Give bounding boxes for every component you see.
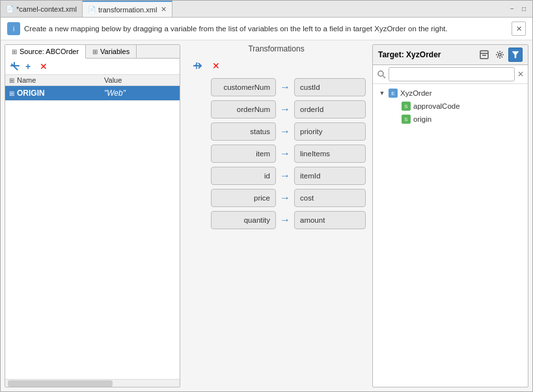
transformations-toolbar: ✕: [184, 59, 223, 73]
svg-point-11: [378, 71, 383, 76]
mapping-row-status: status → priority: [187, 122, 366, 141]
right-panel-title: Target: XyzOrder: [378, 50, 474, 59]
tree-expand-origin: [391, 115, 399, 123]
variables-tab-icon: ⊞: [92, 48, 98, 55]
minimize-button[interactable]: −: [508, 5, 517, 14]
tab-camel-context[interactable]: 📄 *camel-context.xml: [1, 1, 83, 17]
mapping-arrow-0: →: [280, 81, 290, 93]
mapping-arrow-2: →: [280, 126, 290, 137]
svg-rect-7: [480, 51, 488, 59]
main-window: 📄 *camel-context.xml 📄 transformation.xm…: [0, 0, 533, 392]
variable-icon: ⊞: [9, 90, 14, 97]
tab-close-button[interactable]: ✕: [161, 5, 167, 14]
tree-root-label: XyzOrder: [400, 89, 432, 97]
mapping-row-price: price → cost: [187, 189, 366, 207]
search-box: ✕: [373, 65, 528, 84]
right-panel: Target: XyzOrder: [372, 44, 528, 387]
var-table-header: ⊞ Name Value: [5, 75, 180, 86]
xml-icon2: 📄: [88, 6, 96, 13]
tree-label-origin: origin: [413, 115, 431, 123]
transformations-list: customerNum → custId orderNum → orderId …: [184, 78, 368, 229]
mapping-arrow-3: →: [280, 148, 290, 160]
mapping-arrow-6: →: [280, 214, 290, 226]
filter-button[interactable]: [508, 48, 523, 62]
mapping-source-price[interactable]: price: [211, 189, 276, 207]
scrollbar-thumb[interactable]: [8, 380, 113, 387]
svg-line-12: [383, 76, 386, 79]
xml-icon: 📄: [6, 5, 14, 12]
mapping-source-id[interactable]: id: [211, 167, 276, 185]
delete-mapping-button[interactable]: ✕: [209, 59, 223, 73]
settings-button[interactable]: [493, 48, 507, 62]
svg-rect-1: [14, 62, 15, 66]
tab-transformation-label: transformation.xml: [98, 6, 157, 14]
mapping-target-custid[interactable]: custId: [294, 78, 366, 96]
mapping-row-item: item → lineItems: [187, 145, 366, 163]
variables-toolbar: + ✕: [5, 59, 180, 75]
tree-expand-approvalcode: [391, 102, 399, 110]
col-value-label: Value: [104, 76, 176, 84]
mapping-source-ordernum[interactable]: orderNum: [211, 100, 276, 119]
tab-variables[interactable]: ⊞ Variables: [86, 45, 137, 58]
source-tab-label: Source: ABCOrder: [20, 48, 79, 55]
mapping-target-amount[interactable]: amount: [294, 211, 366, 229]
mapping-target-orderid[interactable]: orderId: [294, 100, 366, 119]
mapping-arrow-4: →: [280, 170, 290, 182]
tree-icon-approvalcode: S: [402, 102, 411, 111]
mapping-target-priority[interactable]: priority: [294, 122, 366, 141]
middle-panel: Transformations ✕ customerNum →: [184, 44, 368, 387]
mapping-source-quantity[interactable]: quantity: [211, 211, 276, 229]
main-content: ⊞ Source: ABCOrder ⊞ Variables: [1, 40, 532, 391]
info-bar: i Create a new mapping below by dragging…: [1, 18, 532, 40]
mapping-row-quantity: quantity → amount: [187, 211, 366, 229]
search-input[interactable]: [389, 67, 515, 81]
add-variable-button[interactable]: +: [23, 61, 35, 72]
mapping-target-cost[interactable]: cost: [294, 189, 366, 207]
tab-transformation[interactable]: 📄 transformation.xml ✕: [83, 1, 172, 17]
variables-table: ⊞ Name Value ⊞ ORIGIN "Web": [5, 75, 180, 379]
tab-source-abcorder[interactable]: ⊞ Source: ABCOrder: [5, 45, 86, 59]
horizontal-scrollbar[interactable]: [5, 379, 180, 387]
tree-children: S approvalCode S origin: [373, 100, 528, 126]
col-name-label: Name: [17, 76, 36, 84]
right-panel-toolbar: [477, 48, 523, 62]
info-text: Create a new mapping below by dragging a…: [24, 25, 448, 33]
delete-variable-button[interactable]: ✕: [38, 61, 49, 72]
mapping-target-lineitems[interactable]: lineItems: [294, 145, 366, 163]
tree-label-approvalcode: approvalCode: [413, 102, 460, 110]
mapping-source-status[interactable]: status: [211, 122, 276, 141]
variable-name: ORIGIN: [17, 89, 104, 98]
mapping-row-customernumcustid: customerNum → custId: [187, 78, 366, 96]
title-spacer: [172, 1, 504, 17]
svg-rect-0: [10, 65, 20, 66]
add-mapping-button[interactable]: [191, 59, 205, 73]
mapping-source-customernum[interactable]: customerNum: [211, 78, 276, 96]
tree-item-approvalcode[interactable]: S approvalCode: [386, 100, 528, 113]
variable-row-origin[interactable]: ⊞ ORIGIN "Web": [5, 86, 180, 101]
info-icon: i: [7, 22, 20, 35]
tree-icon-xyzorder: E: [389, 89, 398, 98]
info-close-button[interactable]: ✕: [512, 21, 526, 36]
mapping-source-item[interactable]: item: [211, 145, 276, 163]
source-tab-icon: ⊞: [12, 48, 17, 55]
tree-expand-xyzorder[interactable]: ▼: [378, 89, 386, 97]
tree-view: ▼ E XyzOrder S approvalCode S origin: [373, 84, 528, 387]
search-icon: [377, 70, 386, 79]
right-panel-header: Target: XyzOrder: [373, 45, 528, 65]
variables-tab-label: Variables: [100, 48, 130, 55]
maximize-button[interactable]: □: [519, 5, 528, 14]
variable-value: "Web": [104, 89, 176, 98]
var-name-header: ⊞ Name: [9, 76, 104, 84]
search-clear-button[interactable]: ✕: [517, 70, 524, 79]
window-controls: − □: [504, 1, 532, 17]
collapse-all-button[interactable]: [477, 48, 491, 62]
mapping-arrow-1: →: [280, 104, 290, 115]
left-panel: ⊞ Source: ABCOrder ⊞ Variables: [5, 44, 180, 387]
panel-tabs: ⊞ Source: ABCOrder ⊞ Variables: [5, 45, 180, 59]
add-variable-icon[interactable]: [9, 61, 21, 72]
svg-text:+: +: [25, 61, 31, 72]
mapping-target-itemid[interactable]: itemId: [294, 167, 366, 185]
title-bar: 📄 *camel-context.xml 📄 transformation.xm…: [1, 1, 532, 18]
tree-item-origin[interactable]: S origin: [386, 113, 528, 126]
tree-item-xyzorder[interactable]: ▼ E XyzOrder: [373, 87, 528, 100]
